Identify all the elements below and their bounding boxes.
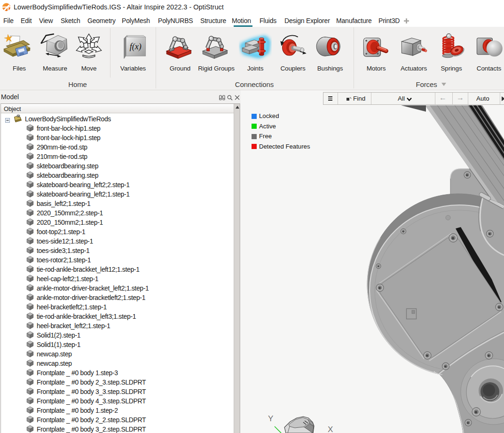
svg-text:Y: Y — [268, 414, 273, 423]
svg-text:f(x): f(x) — [130, 42, 142, 52]
svg-text:X: X — [328, 425, 333, 433]
